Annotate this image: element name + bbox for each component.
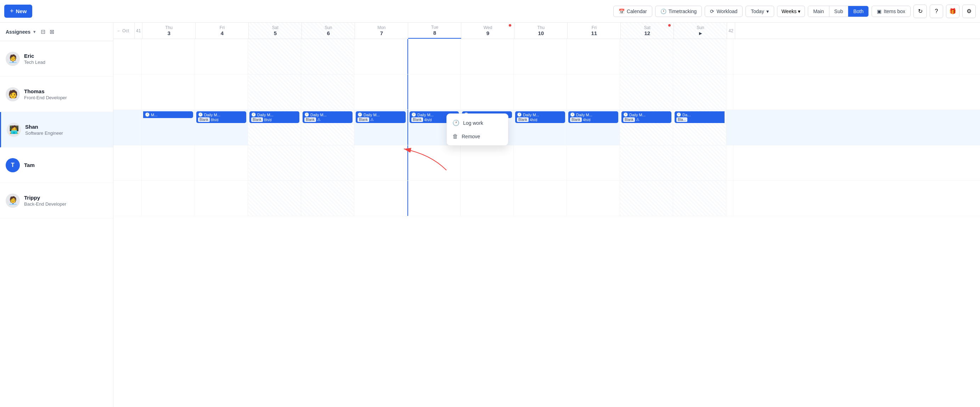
shan-cell-thu10[interactable]: 🕐 Daily M... Blank 4h/d	[514, 110, 567, 145]
cell[interactable]	[195, 145, 248, 180]
workload-button[interactable]: ⟳ Workload	[705, 6, 743, 17]
shan-cell-sun13[interactable]: 🕐 Da... Bla...	[673, 110, 726, 145]
cell[interactable]	[567, 181, 620, 216]
task-clock-icon: 🕐	[623, 112, 628, 117]
cell[interactable]	[461, 181, 514, 216]
log-work-item[interactable]: 🕐 Log work	[447, 116, 508, 130]
cell[interactable]	[407, 145, 461, 180]
main-content: Assignees ▾ ⊟ ⊠ 🧑‍💼 Eric Tech Lead 🧑 Tho…	[0, 23, 980, 407]
cell[interactable]	[195, 39, 248, 74]
assignee-name: Tam	[24, 162, 35, 168]
task-clock-icon: 🕐	[145, 112, 150, 117]
cell[interactable]	[673, 181, 726, 216]
cell[interactable]	[354, 39, 407, 74]
cell[interactable]	[567, 75, 620, 110]
day-header-sun6: Sun 6	[302, 23, 355, 38]
today-button[interactable]: Today ▾	[745, 6, 774, 17]
cell[interactable]	[195, 181, 248, 216]
cell[interactable]	[142, 145, 195, 180]
cell[interactable]	[142, 75, 195, 110]
task-card[interactable]: 🕐 Daily M... Blank ⚠	[302, 111, 353, 123]
weeks-dropdown[interactable]: Weeks ▾	[777, 6, 805, 17]
blank-badge: Blank	[517, 117, 529, 122]
cell[interactable]	[514, 75, 567, 110]
cell[interactable]	[673, 75, 726, 110]
cell[interactable]	[407, 39, 461, 74]
calendar-button[interactable]: 📅 Calendar	[613, 6, 652, 17]
sub-toggle[interactable]: Sub	[829, 6, 848, 17]
cell[interactable]	[567, 145, 620, 180]
cell[interactable]	[461, 39, 514, 74]
blank-badge: Bla...	[676, 117, 687, 122]
task-card[interactable]: 🕐 M...	[143, 111, 193, 118]
chevron-down-icon[interactable]: ▾	[33, 29, 36, 34]
task-card[interactable]: 🕐 Daily M... Blank ⚠	[622, 111, 671, 123]
cell[interactable]	[142, 181, 195, 216]
cell[interactable]	[407, 75, 461, 110]
task-clock-icon: 🕐	[676, 112, 681, 117]
cell[interactable]	[461, 75, 514, 110]
task-card[interactable]: 🕐 Daily M... Blank 4h/d	[515, 111, 565, 123]
archive-icon[interactable]: ⊠	[49, 28, 54, 35]
new-button[interactable]: + New	[4, 5, 32, 18]
cell[interactable]	[301, 145, 354, 180]
cell[interactable]	[301, 181, 354, 216]
gift-icon: 🎁	[949, 8, 956, 14]
cell[interactable]	[407, 181, 461, 216]
cell[interactable]	[620, 145, 673, 180]
cell[interactable]	[354, 181, 407, 216]
assignee-role: Tech Lead	[24, 59, 45, 65]
cell[interactable]	[248, 181, 301, 216]
help-icon: ?	[935, 8, 938, 14]
shan-cell-sat12[interactable]: 🕐 Daily M... Blank ⚠	[620, 110, 673, 145]
filter-icon[interactable]: ⊟	[41, 28, 45, 35]
cell[interactable]	[620, 39, 673, 74]
task-card[interactable]: 🕐 Daily M... Blank 4h/d	[568, 111, 618, 123]
timetracking-button[interactable]: 🕐 Timetracking	[655, 6, 702, 17]
cell[interactable]	[620, 75, 673, 110]
task-card[interactable]: 🕐 Daily M... Blank ⚠	[356, 111, 406, 123]
cell[interactable]	[248, 75, 301, 110]
settings-button[interactable]: ⚙	[962, 5, 976, 18]
cell[interactable]	[673, 39, 726, 74]
cell[interactable]	[301, 39, 354, 74]
cell[interactable]	[248, 145, 301, 180]
shan-cell-fri4[interactable]: 🕐 Daily M... Blank 8h/d	[195, 110, 248, 145]
both-toggle[interactable]: Both	[848, 6, 869, 17]
day-header-fri11: Fri 11	[568, 23, 621, 38]
cell[interactable]	[354, 75, 407, 110]
cell[interactable]	[301, 75, 354, 110]
cell[interactable]	[567, 39, 620, 74]
shan-cell-mon7[interactable]: 🕐 Daily M... Blank ⚠	[354, 110, 407, 145]
cell[interactable]	[354, 145, 407, 180]
cell[interactable]	[142, 39, 195, 74]
items-box-button[interactable]: ▣ Items box	[872, 6, 910, 17]
help-button[interactable]: ?	[930, 5, 943, 18]
cell[interactable]	[514, 145, 567, 180]
avatar: T	[6, 158, 20, 172]
shan-cell-sun6[interactable]: 🕐 Daily M... Blank ⚠	[301, 110, 354, 145]
cell[interactable]	[514, 181, 567, 216]
day-header-sat5: Sat 5	[249, 23, 302, 38]
shan-cell-fri11[interactable]: 🕐 Daily M... Blank 4h/d	[567, 110, 620, 145]
cell[interactable]	[514, 39, 567, 74]
assignee-row: 🧑‍💼 Trippy Back-End Developer	[0, 183, 113, 219]
week-num: 41	[136, 28, 141, 34]
cell[interactable]	[461, 145, 514, 180]
task-card[interactable]: 🕐 Daily M... Blank 8h/d	[196, 111, 246, 123]
view-toggle-group: Main Sub Both	[808, 6, 869, 17]
shan-cell-sat5[interactable]: 🕐 Daily M... Blank 8h/d	[248, 110, 301, 145]
cell[interactable]	[195, 75, 248, 110]
cell[interactable]	[620, 181, 673, 216]
shan-cell-thu3[interactable]: 🕐 M...	[142, 110, 195, 145]
task-card[interactable]: 🕐 Daily M... Blank 8h/d	[250, 111, 299, 123]
task-card[interactable]: 🕐 Da... Bla...	[675, 111, 725, 123]
cell[interactable]	[673, 145, 726, 180]
chevron-down-icon: ▾	[798, 8, 800, 14]
refresh-button[interactable]: ↻	[913, 5, 927, 18]
main-toggle[interactable]: Main	[808, 6, 829, 17]
remove-item[interactable]: 🗑 Remove	[447, 130, 508, 143]
gift-button[interactable]: 🎁	[946, 5, 959, 18]
assignee-row: 🧑‍💻 Shan Software Engineer	[0, 112, 113, 147]
cell[interactable]	[248, 39, 301, 74]
